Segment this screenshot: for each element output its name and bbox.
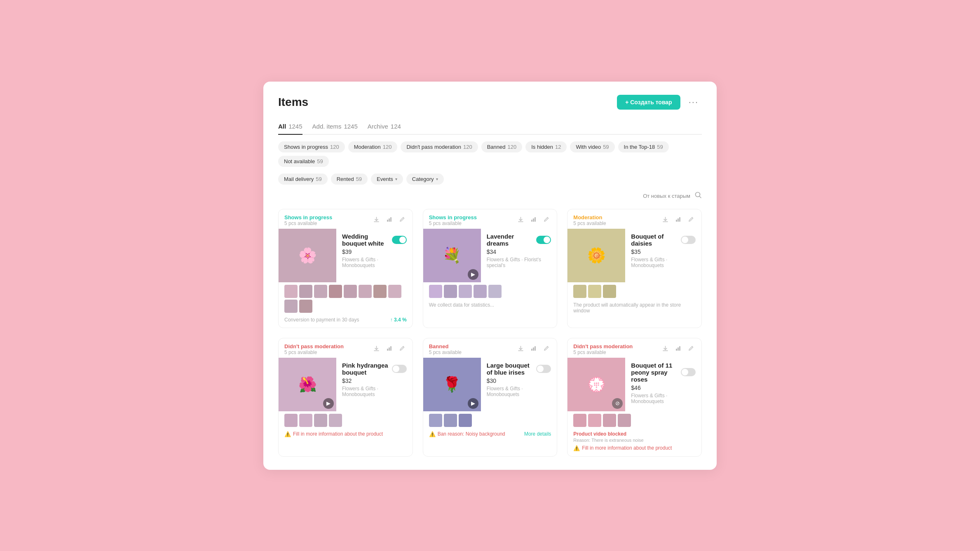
card-categories: Flowers & Gifts · Monobouquets (631, 257, 696, 268)
card-info: Large bouquet of blue irises $30 Flowers… (481, 358, 557, 401)
thumbnail[interactable] (488, 285, 502, 298)
create-button[interactable]: + Создать товар (617, 95, 680, 110)
thumbnail[interactable] (284, 285, 298, 298)
thumbnail[interactable] (618, 414, 631, 427)
card-categories: Flowers & Gifts · Monobouquets (342, 386, 407, 397)
thumbnail[interactable] (344, 285, 357, 298)
toggle-switch[interactable] (536, 236, 551, 244)
filter2-chip-category[interactable]: Category ▾ (406, 174, 444, 185)
filter-chip-shows-in-progress[interactable]: Shows in progress 120 (278, 141, 345, 152)
stats-button[interactable] (384, 216, 394, 225)
thumbnail[interactable] (299, 285, 312, 298)
filter2-chip-rented[interactable]: Rented 59 (331, 174, 368, 185)
thumbnail[interactable] (329, 414, 342, 427)
svg-rect-3 (387, 220, 388, 222)
thumbnail[interactable] (444, 414, 457, 427)
toggle-switch[interactable] (681, 236, 696, 244)
thumbnail[interactable] (603, 285, 616, 298)
product-card: Didn't pass moderation 5 pcs available 💮… (567, 338, 702, 457)
thumbnail[interactable] (314, 285, 327, 298)
download-button[interactable] (516, 216, 525, 225)
toggle-switch[interactable] (392, 236, 407, 244)
more-button[interactable]: ··· (685, 95, 702, 109)
stats-button[interactable] (529, 216, 538, 225)
thumbnail[interactable] (359, 285, 372, 298)
card-image: 🌸 (279, 229, 336, 282)
toggle-switch[interactable] (536, 365, 551, 373)
stats-button[interactable] (673, 345, 683, 354)
download-button[interactable] (516, 345, 525, 354)
filter-chip-moderation[interactable]: Moderation 120 (348, 141, 398, 152)
download-button[interactable] (372, 345, 381, 354)
tab-all[interactable]: All 1245 (278, 120, 302, 135)
svg-rect-9 (535, 217, 536, 222)
tab-archive[interactable]: Archive 124 (368, 120, 401, 135)
filter2-chip-events[interactable]: Events ▾ (371, 174, 403, 185)
thumbnail[interactable] (573, 285, 586, 298)
card-header-left: Didn't pass moderation 5 pcs available (573, 343, 633, 355)
thumbnail[interactable] (459, 285, 472, 298)
card-price: $32 (342, 377, 407, 384)
toggle-switch[interactable] (392, 365, 407, 373)
thumbnail[interactable] (459, 414, 472, 427)
thumbnail[interactable] (573, 414, 586, 427)
card-header-left: Moderation 5 pcs available (573, 214, 606, 226)
card-header-left: Didn't pass moderation 5 pcs available (284, 343, 344, 355)
thumbnail[interactable] (388, 285, 401, 298)
thumbnail[interactable] (284, 414, 298, 427)
edit-button[interactable] (542, 345, 551, 354)
stats-button[interactable] (384, 345, 394, 354)
card-header: Moderation 5 pcs available (567, 209, 701, 229)
card-img-info-row: 🌹 ▶ Large bouquet of blue irises $30 Flo… (423, 358, 557, 411)
thumbnail[interactable] (314, 414, 327, 427)
thumbnail[interactable] (444, 285, 457, 298)
thumbnail[interactable] (429, 285, 442, 298)
filter-chip-not-available[interactable]: Not available 59 (278, 156, 329, 167)
search-icon-button[interactable] (694, 191, 702, 201)
thumbnail[interactable] (588, 414, 601, 427)
filter-chip-is-hidden[interactable]: Is hidden 12 (525, 141, 567, 152)
card-name: Pink hydrangea bouquet (342, 362, 389, 376)
card-price: $39 (342, 249, 407, 255)
card-footer: We collect data for statistics... (423, 298, 557, 313)
toggle-switch[interactable] (681, 368, 696, 376)
thumbnail[interactable] (588, 285, 601, 298)
edit-button[interactable] (397, 345, 407, 354)
thumbnail[interactable] (603, 414, 616, 427)
card-img-info-row: 🌼 Bouquet of daisies $35 Flowers & Gifts… (567, 229, 701, 282)
card-footer: The product will automatically appear in… (567, 298, 701, 319)
filter-chip-with-video[interactable]: With video 59 (570, 141, 614, 152)
more-details-link[interactable]: More details (524, 431, 551, 437)
filter2-chip-mail-delivery[interactable]: Mail delivery 59 (278, 174, 328, 185)
filter-chip-didn't-pass-moderation[interactable]: Didn't pass moderation 120 (401, 141, 478, 152)
thumbnail[interactable] (284, 300, 298, 313)
card-footer-stat: ↑ 3.4 % (390, 317, 407, 323)
download-button[interactable] (661, 216, 670, 225)
card-footer-text: Conversion to payment in 30 days (284, 317, 359, 323)
thumbnail[interactable] (429, 414, 442, 427)
filter-chip-in-the-top-18[interactable]: In the Top-18 59 (618, 141, 669, 152)
thumbnail[interactable] (299, 300, 312, 313)
edit-button[interactable] (686, 216, 696, 225)
stats-button[interactable] (529, 345, 538, 354)
filter-chip-banned[interactable]: Banned 120 (481, 141, 523, 152)
card-footer-warn: ⚠️ Fill in more information about the pr… (284, 431, 383, 437)
header: Items + Создать товар ··· (278, 95, 702, 110)
edit-button[interactable] (397, 216, 407, 225)
stats-button[interactable] (673, 216, 683, 225)
card-footer: ⚠️ Ban reason: Noisy background More det… (423, 427, 557, 442)
card-availability: 5 pcs available (573, 349, 633, 355)
download-button[interactable] (661, 345, 670, 354)
tab-label: Add. items (312, 123, 342, 130)
edit-button[interactable] (542, 216, 551, 225)
svg-rect-11 (676, 220, 677, 222)
card-categories: Flowers & Gifts · Florist's special's (487, 257, 551, 268)
download-button[interactable] (372, 216, 381, 225)
thumbnail[interactable] (474, 285, 487, 298)
thumbnail[interactable] (329, 285, 342, 298)
edit-button[interactable] (686, 345, 696, 354)
tab-add.-items[interactable]: Add. items 1245 (312, 120, 358, 135)
thumbnail[interactable] (299, 414, 312, 427)
tab-label: All (278, 123, 286, 130)
thumbnail[interactable] (373, 285, 387, 298)
